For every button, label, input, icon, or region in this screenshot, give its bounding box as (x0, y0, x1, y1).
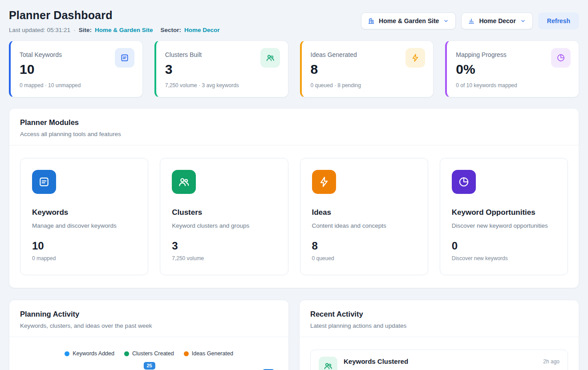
module-subtext: Discover new keywords (452, 255, 556, 261)
sector-selector-dropdown[interactable]: Home Decor (461, 12, 532, 29)
legend-label: Keywords Added (73, 350, 114, 357)
stat-card-total-keywords: Total Keywords 10 0 mapped · 10 unmapped (9, 40, 143, 97)
activity-title: Keywords Clustered (344, 358, 408, 365)
lightning-icon (406, 48, 425, 68)
users-icon (260, 48, 280, 68)
bar-chart-icon (468, 17, 475, 24)
refresh-button[interactable]: Refresh (538, 12, 579, 29)
chart-legend: Keywords Added Clusters Created Ideas Ge… (9, 337, 288, 357)
recent-activity-panel: Recent Activity Latest planning actions … (299, 300, 579, 370)
site-label: Site: (79, 27, 92, 33)
site-link[interactable]: Home & Garden Site (95, 27, 153, 33)
document-lines-icon (115, 48, 134, 68)
module-card-ideas[interactable]: Ideas Content ideas and concepts 8 0 que… (300, 158, 428, 275)
module-title: Ideas (312, 208, 416, 217)
module-description: Content ideas and concepts (312, 222, 416, 229)
recent-activity-header: Recent Activity Latest planning actions … (300, 300, 579, 337)
building-icon (368, 17, 375, 24)
panel-subtitle: Keywords, clusters, and ideas over the p… (20, 322, 278, 329)
site-selector-label: Home & Garden Site (379, 17, 439, 24)
module-title: Keywords (32, 208, 136, 217)
legend-dot (124, 351, 129, 356)
users-icon (319, 357, 337, 370)
legend-item-ideas-generated: Ideas Generated (184, 350, 233, 357)
sector-link[interactable]: Home Decor (184, 27, 220, 33)
module-value: 10 (32, 240, 136, 252)
panel-subtitle: Access all planning tools and features (20, 131, 568, 137)
bottom-row: Planning Activity Keywords, clusters, an… (9, 300, 579, 370)
stat-card-mapping-progress: Mapping Progress 0% 0 of 10 keywords map… (445, 40, 579, 97)
site-selector-dropdown[interactable]: Home & Garden Site (361, 12, 456, 29)
legend-dot (184, 351, 189, 356)
legend-item-clusters-created: Clusters Created (124, 350, 174, 357)
stat-card-clusters-built: Clusters Built 3 7,250 volume · 3 avg ke… (154, 40, 288, 97)
module-card-clusters[interactable]: Clusters Keyword clusters and groups 3 7… (160, 158, 288, 275)
panel-title: Planner Modules (20, 118, 568, 127)
module-value: 3 (172, 240, 276, 252)
activity-item-keywords-clustered: Keywords Clustered 3 new clusters create… (310, 350, 568, 370)
planning-activity-header: Planning Activity Keywords, clusters, an… (9, 300, 288, 337)
planner-modules-header: Planner Modules Access all planning tool… (9, 109, 579, 145)
keywords-added-area-series (39, 366, 274, 370)
module-title: Keyword Opportunities (452, 208, 556, 217)
panel-title: Planning Activity (20, 310, 278, 318)
module-description: Keyword clusters and groups (172, 222, 276, 229)
activity-timestamp: 2h ago (543, 357, 560, 365)
legend-label: Ideas Generated (192, 350, 233, 357)
meta-row: Last updated: 05:31:21 · Site: Home & Ga… (9, 27, 219, 33)
legend-dot (65, 351, 69, 356)
module-description: Discover new keyword opportunities (452, 222, 556, 229)
activity-body: Keywords Clustered 3 new clusters create… (344, 357, 408, 370)
planner-dashboard-page: Planner Dashboard Last updated: 05:31:21… (0, 0, 588, 370)
header-left: Planner Dashboard Last updated: 05:31:21… (9, 7, 219, 33)
header-controls: Home & Garden Site Home Decor Refresh (361, 7, 579, 29)
module-title: Clusters (172, 208, 276, 217)
panel-title: Recent Activity (310, 310, 568, 318)
planning-activity-chart: 25 25 24 (18, 360, 280, 370)
stat-subtext: 7,250 volume · 3 avg keywords (165, 82, 279, 88)
page-title: Planner Dashboard (9, 9, 219, 22)
sector-label: Sector: (160, 27, 181, 33)
legend-label: Clusters Created (132, 350, 174, 357)
chevron-down-icon (443, 18, 449, 24)
data-point-label-peak: 25 (144, 362, 155, 370)
module-subtext: 0 queued (312, 255, 416, 261)
module-value: 0 (452, 240, 556, 252)
lightning-icon (312, 170, 336, 194)
module-value: 8 (312, 240, 416, 252)
panel-subtitle: Latest planning actions and updates (310, 322, 568, 329)
last-updated-text: Last updated: 05:31:21 (9, 27, 70, 33)
legend-item-keywords-added: Keywords Added (65, 350, 114, 357)
stats-row: Total Keywords 10 0 mapped · 10 unmapped… (9, 40, 579, 97)
users-icon (172, 170, 196, 194)
planning-activity-panel: Planning Activity Keywords, clusters, an… (9, 300, 289, 370)
sector-selector-label: Home Decor (479, 17, 515, 24)
module-card-keywords[interactable]: Keywords Manage and discover keywords 10… (20, 158, 148, 275)
chart-plot-area: 25 24 (39, 366, 274, 370)
document-lines-icon (32, 170, 56, 194)
stat-subtext: 0 of 10 keywords mapped (456, 82, 570, 88)
meta-separator: · (73, 27, 76, 33)
chevron-down-icon (520, 18, 526, 24)
module-subtext: 0 mapped (32, 255, 136, 261)
stat-card-ideas-generated: Ideas Generated 8 0 queued · 8 pending (300, 40, 434, 97)
page-header: Planner Dashboard Last updated: 05:31:21… (9, 7, 579, 33)
module-subtext: 7,250 volume (172, 255, 276, 261)
pie-chart-icon (551, 48, 571, 68)
stat-subtext: 0 mapped · 10 unmapped (20, 82, 134, 88)
module-card-keyword-opportunities[interactable]: Keyword Opportunities Discover new keywo… (440, 158, 568, 275)
module-description: Manage and discover keywords (32, 222, 136, 229)
modules-grid: Keywords Manage and discover keywords 10… (9, 145, 579, 288)
stat-subtext: 0 queued · 8 pending (311, 82, 425, 88)
planner-modules-panel: Planner Modules Access all planning tool… (9, 108, 579, 288)
pie-chart-icon (452, 170, 476, 194)
